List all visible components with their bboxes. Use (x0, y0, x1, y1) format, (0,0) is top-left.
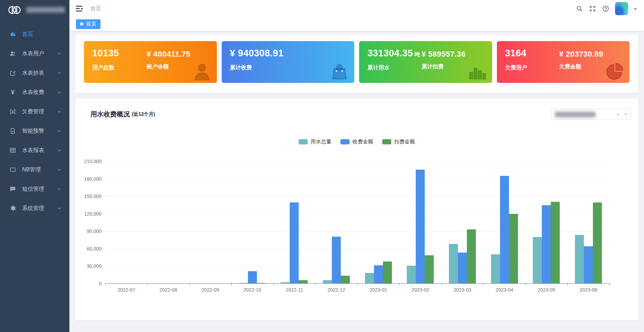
x-axis-tick (189, 283, 190, 285)
search-icon[interactable] (576, 5, 583, 12)
bar-扣费金额-2023-01[interactable] (383, 262, 392, 283)
bar-扣费金额-2023-03[interactable] (467, 229, 476, 283)
sidebar-item-2[interactable]: 水表抄表 (0, 63, 69, 83)
bar-用水总量-2022-12[interactable] (323, 280, 332, 283)
x-axis-label: 2022-07 (105, 287, 147, 293)
bar-用水总量-2023-03[interactable] (449, 244, 458, 283)
bar-group-2023-05 (526, 161, 568, 283)
x-axis-tick (315, 283, 316, 285)
sidebar-item-1[interactable]: 水表用户 (0, 44, 69, 63)
y-axis-tick-label: 30,000 (72, 263, 102, 269)
bar-用水总量-2022-10[interactable] (239, 283, 248, 283)
stat-value: 331304.35吨 (367, 48, 420, 59)
bar-用水总量-2023-06[interactable] (575, 235, 584, 283)
bar-收费金额-2022-11[interactable] (290, 202, 299, 283)
sidebar-item-label: 水表用户 (22, 50, 44, 57)
select-caret-icon[interactable] (624, 114, 627, 117)
bar-扣费金额-2022-10[interactable] (257, 283, 266, 283)
stat-label: 累计用水 (367, 64, 420, 72)
y-axis-tick-label: 150,000 (72, 193, 102, 199)
bar-扣费金额-2023-06[interactable] (593, 202, 602, 283)
bar-用水总量-2022-11[interactable] (281, 282, 290, 283)
bar-group-2023-01 (357, 161, 400, 283)
bar-group-2022-12 (315, 161, 357, 283)
bar-group-2022-08 (147, 161, 190, 283)
bar-用水总量-2023-04[interactable] (491, 254, 500, 283)
bar-扣费金额-2023-04[interactable] (509, 214, 518, 283)
bar-收费金额-2023-02[interactable] (416, 170, 425, 283)
x-axis-label: 2022-09 (189, 287, 231, 293)
user-icon (192, 61, 212, 82)
chevron-down-icon (57, 51, 62, 56)
arrears-icon (9, 108, 17, 115)
sidebar-item-8[interactable]: 短信管理 (0, 179, 69, 199)
stat-label: 欠费用户 (505, 64, 527, 72)
y-axis-tick-label: 210,000 (72, 159, 102, 164)
bar-收费金额-2023-05[interactable] (542, 205, 551, 283)
legend-item[interactable]: 用水总量 (299, 138, 331, 145)
x-axis-label: 2022-12 (315, 287, 357, 293)
sidebar-item-7[interactable]: NB管理 (0, 160, 69, 179)
bar-收费金额-2022-12[interactable] (332, 237, 341, 283)
bar-扣费金额-2022-11[interactable] (299, 280, 308, 283)
collapse-menu-icon[interactable] (75, 4, 83, 13)
bar-扣费金额-2023-05[interactable] (551, 202, 560, 283)
bar-group-2023-02 (400, 161, 442, 283)
bar-收费金额-2023-01[interactable] (374, 265, 383, 283)
bar-group-2022-09 (189, 161, 231, 283)
bag-icon (329, 61, 349, 82)
bar-收费金额-2022-10[interactable] (248, 271, 257, 283)
stat-value: 3164 (505, 48, 527, 59)
sidebar-item-5[interactable]: 智能预警 (0, 121, 69, 141)
bar-用水总量-2023-02[interactable] (407, 266, 416, 283)
dashboard-icon (9, 30, 17, 38)
bar-用水总量-2023-05[interactable] (533, 237, 542, 283)
chart-title: 用水收费概况 (90, 110, 130, 119)
sidebar-item-3[interactable]: ¥水表收费 (0, 83, 69, 102)
y-axis-tick-label: 180,000 (72, 176, 102, 182)
sidebar-item-label: 首页 (22, 31, 33, 38)
bar-用水总量-2023-01[interactable] (365, 273, 374, 283)
x-axis-label: 2023-02 (400, 287, 442, 293)
report-icon (9, 146, 17, 154)
stat-card-0: 10135用户总数¥ 400411.75账户余额 (84, 41, 217, 83)
yen-icon: ¥ (9, 88, 17, 96)
help-icon[interactable] (602, 5, 609, 12)
breadcrumb[interactable]: 首页 (90, 5, 101, 12)
sidebar-item-label: 短信管理 (22, 186, 44, 193)
bar-收费金额-2023-06[interactable] (584, 246, 593, 283)
stat-cards-panel: 10135用户总数¥ 400411.75账户余额¥ 940308.91累计收费3… (75, 35, 638, 93)
legend-label: 收费金额 (353, 139, 373, 145)
chart-legend: 用水总量收费金额扣费金额 (75, 138, 638, 145)
chart-subtitle: (近12个月) (132, 111, 155, 117)
smart-warning-icon (9, 127, 17, 135)
nb-icon (9, 166, 17, 173)
company-name-blurred (26, 7, 65, 13)
caret-down-icon[interactable] (634, 8, 637, 12)
bar-扣费金额-2023-02[interactable] (425, 255, 434, 283)
x-axis-tick (483, 283, 484, 285)
legend-item[interactable]: 扣费金额 (382, 138, 415, 145)
active-tab-dot (80, 22, 83, 26)
stat-value: 10135 (92, 48, 119, 59)
stat-label: 账户余额 (147, 63, 191, 70)
select-clear-icon[interactable]: × (616, 112, 620, 117)
company-select[interactable]: × (551, 109, 631, 120)
sidebar-item-6[interactable]: 水表报表 (0, 141, 69, 160)
legend-item[interactable]: 收费金额 (340, 138, 373, 145)
bar-收费金额-2023-04[interactable] (500, 176, 509, 283)
sidebar-item-4[interactable]: 欠费管理 (0, 102, 69, 121)
x-axis-tick (273, 283, 274, 285)
sidebar-item-9[interactable]: 系统管理 (0, 199, 69, 218)
tab-home[interactable]: 首页 (76, 19, 100, 29)
avatar[interactable] (615, 2, 628, 15)
chevron-down-icon (57, 206, 62, 211)
bar-收费金额-2023-03[interactable] (458, 253, 467, 283)
sidebar-item-home[interactable]: 首页 (0, 25, 69, 44)
sidebar-item-label: 水表报表 (22, 147, 44, 154)
x-axis-tick (526, 283, 526, 285)
fullscreen-icon[interactable] (589, 5, 596, 12)
bar-扣费金额-2022-12[interactable] (341, 276, 350, 283)
legend-label: 用水总量 (311, 139, 331, 145)
pie-chart-icon (605, 61, 625, 82)
